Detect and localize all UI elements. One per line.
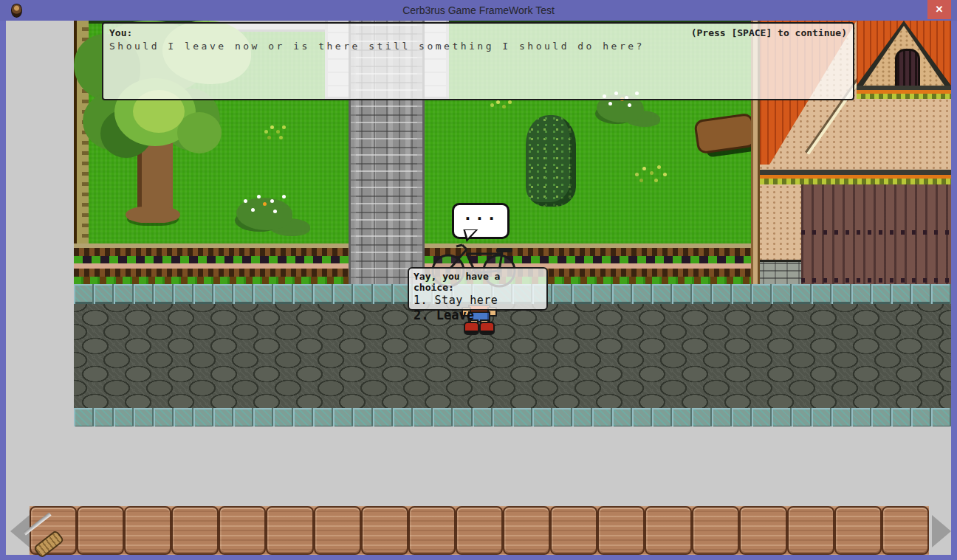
message-dialog: You: (Press [SPACE] to continue) Should … — [102, 22, 854, 100]
dialog-speaker: You: — [109, 27, 132, 38]
item-screwdriver[interactable] — [32, 508, 75, 553]
choice-option-1[interactable]: 1. Stay here — [414, 294, 542, 307]
hotbar-slot[interactable] — [408, 506, 456, 555]
title-bar[interactable]: Cerb3rus Game FrameWork Test ✕ — [0, 0, 957, 21]
grass-tuft — [264, 130, 268, 134]
pine-tree — [526, 115, 576, 207]
hotbar-slot[interactable] — [692, 506, 739, 555]
hotbar-slot[interactable] — [503, 506, 550, 555]
hotbar-slot[interactable] — [77, 506, 124, 555]
choice-dialog: Yay, you have a choice: 1. Stay here 2. … — [408, 267, 548, 311]
window-title: Cerb3rus Game FrameWork Test — [0, 4, 957, 16]
hotbar-slot[interactable] — [550, 506, 597, 555]
hotbar-slot[interactable] — [645, 506, 692, 555]
curb-row-bottom — [74, 408, 951, 426]
speech-bubble-text: ... — [463, 205, 499, 224]
speech-bubble: ... — [452, 203, 510, 239]
flower-dots — [244, 199, 247, 203]
hotbar-slot[interactable] — [834, 506, 882, 555]
hotbar-slot[interactable] — [739, 506, 786, 555]
hotbar-slot[interactable] — [882, 506, 929, 555]
window-border-right — [951, 21, 957, 560]
dialog-continue-hint: (Press [SPACE] to continue) — [691, 27, 847, 38]
hotbar-slot[interactable] — [266, 506, 313, 555]
choice-option-2[interactable]: 2. Leave — [414, 308, 542, 322]
hotbar-slot[interactable] — [597, 506, 645, 555]
house-trim — [857, 94, 951, 99]
hotbar-slot[interactable] — [456, 506, 503, 555]
hotbar-slot[interactable] — [171, 506, 219, 555]
tree-canopy — [177, 112, 222, 153]
house-trim — [751, 170, 951, 175]
character-shoe-right — [481, 323, 493, 333]
tree-roots — [126, 207, 180, 223]
hotbar-slot[interactable] — [314, 506, 361, 555]
close-icon[interactable]: ✕ — [927, 0, 951, 19]
game-viewport: ... Yay, you have a choice: 1. Stay here… — [74, 21, 951, 426]
dialog-text: Should I leave now or is there still som… — [109, 41, 847, 52]
plank-studs — [801, 278, 951, 283]
hotbar-slot[interactable] — [124, 506, 171, 555]
grass-tuft — [490, 103, 494, 107]
plank-studs — [801, 230, 951, 235]
attic-window — [895, 49, 920, 90]
fence — [74, 243, 349, 284]
house-trim — [751, 179, 951, 184]
hotbar-next-icon[interactable] — [932, 515, 951, 547]
hotbar-slot[interactable] — [361, 506, 408, 555]
hotbar-slot[interactable] — [787, 506, 834, 555]
hotbar-slot[interactable] — [219, 506, 266, 555]
grass-tuft — [635, 173, 639, 176]
window-border-bottom — [0, 555, 957, 560]
character-shoe-left — [465, 323, 478, 333]
hotbar — [30, 506, 929, 555]
window-border-left — [0, 21, 6, 560]
app-window: Cerb3rus Game FrameWork Test ✕ — [0, 0, 957, 560]
choice-title: Yay, you have a choice: — [414, 271, 542, 293]
